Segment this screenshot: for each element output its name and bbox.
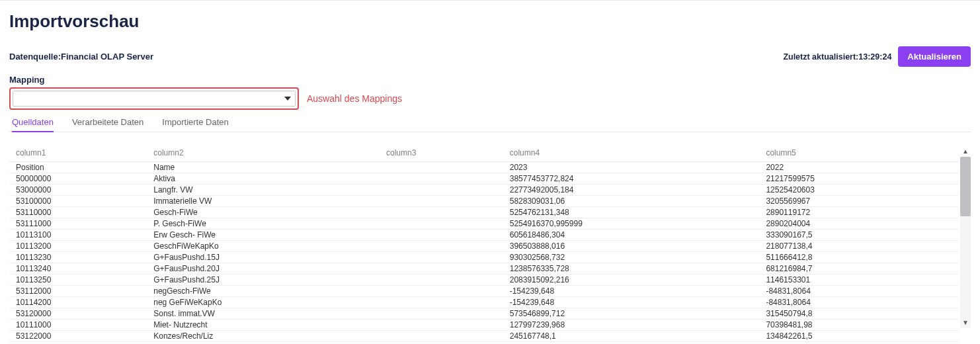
refresh-button[interactable]: Aktualisieren xyxy=(898,46,971,67)
col-header[interactable]: column4 xyxy=(503,146,760,162)
last-updated-label: Zuletzt aktualisiert: xyxy=(783,52,858,62)
table-cell: 10111000 xyxy=(9,320,147,331)
table-cell: G+FausPushd.25J xyxy=(147,275,380,286)
table-cell: negGesch-FiWe xyxy=(147,286,380,297)
table-cell: -84831,8064 xyxy=(759,286,959,297)
table-row[interactable]: 10113200GeschFiWeKapKo396503888,01621807… xyxy=(9,241,959,252)
table-cell xyxy=(380,185,503,196)
table-cell xyxy=(380,162,503,173)
table-cell: 1238576335,728 xyxy=(503,263,760,275)
table-cell: Langfr. VW xyxy=(147,185,380,196)
table-row[interactable]: 10113230G+FausPushd.15J930302568,7325116… xyxy=(9,252,959,263)
table-cell: 511666412,8 xyxy=(759,252,959,263)
table-cell xyxy=(380,207,503,218)
table-cell: 53112000 xyxy=(9,286,147,297)
table-cell: 127997239,968 xyxy=(503,320,760,331)
table-cell: Konzes/Rech/Liz xyxy=(147,331,380,342)
mapping-label: Mapping xyxy=(9,75,971,85)
scroll-up-icon[interactable]: ▲ xyxy=(960,146,971,156)
table-cell xyxy=(380,241,503,252)
table-row[interactable]: 53111000P. Gesch-FiWe5254916370,99599928… xyxy=(9,218,959,230)
table-row[interactable]: 10113100Erw Gesch- FiWe605618486,3043330… xyxy=(9,230,959,241)
datasource-info: Datenquelle:Financial OLAP Server xyxy=(9,52,153,62)
mapping-select-highlight xyxy=(9,87,299,110)
table-cell: 53100000 xyxy=(9,196,147,207)
table-cell: 1146153301 xyxy=(759,275,959,286)
col-header[interactable]: column1 xyxy=(9,146,147,162)
scroll-down-icon[interactable]: ▼ xyxy=(960,317,971,327)
table-row[interactable]: 10113250G+FausPushd.25J2083915092,216114… xyxy=(9,275,959,286)
col-header[interactable]: column2 xyxy=(147,146,380,162)
table-cell: 70398481,98 xyxy=(759,320,959,331)
table-cell: 3205569967 xyxy=(759,196,959,207)
table-cell: 605618486,304 xyxy=(503,230,760,241)
table-row[interactable]: 10113240G+FausPushd.20J1238576335,728681… xyxy=(9,263,959,275)
table-cell: 53000000 xyxy=(9,185,147,196)
table-cell: 2023 xyxy=(503,162,760,173)
table-cell xyxy=(380,275,503,286)
col-header[interactable]: column5 xyxy=(759,146,959,162)
table-cell: 10113200 xyxy=(9,241,147,252)
table-row[interactable]: PositionName20232022 xyxy=(9,162,959,173)
table-cell: 22773492005,184 xyxy=(503,185,760,196)
table-cell: 53111000 xyxy=(9,218,147,230)
table-cell: P. Gesch-FiWe xyxy=(147,218,380,230)
table-cell: 10114200 xyxy=(9,297,147,308)
table-row[interactable]: 53110000Gesch-FiWe5254762131,34828901191… xyxy=(9,207,959,218)
table-cell: -154239,648 xyxy=(503,286,760,297)
table-row[interactable]: 10114200neg GeFiWeKapKo-154239,648-84831… xyxy=(9,297,959,308)
table-row[interactable]: 10111000Miet- Nutzrecht127997239,9687039… xyxy=(9,320,959,331)
table-cell: 681216984,7 xyxy=(759,263,959,275)
table-cell: 10113240 xyxy=(9,263,147,275)
scrollbar-thumb[interactable] xyxy=(960,157,971,216)
table-cell xyxy=(380,308,503,320)
table-cell xyxy=(380,173,503,185)
table-cell xyxy=(380,331,503,342)
table-cell: 5828309031,06 xyxy=(503,196,760,207)
data-table: column1 column2 column3 column4 column5 … xyxy=(9,146,959,342)
mapping-annotation: Auswahl des Mappings xyxy=(307,93,402,104)
table-cell: Aktiva xyxy=(147,173,380,185)
table-cell: -154239,648 xyxy=(503,297,760,308)
tab-quelldaten[interactable]: Quelldaten xyxy=(12,114,54,132)
table-cell: Immaterielle VW xyxy=(147,196,380,207)
table-cell: 2022 xyxy=(759,162,959,173)
table-cell: 930302568,732 xyxy=(503,252,760,263)
table-cell: G+FausPushd.15J xyxy=(147,252,380,263)
last-updated-value: 13:29:24 xyxy=(858,52,891,62)
table-cell: G+FausPushd.20J xyxy=(147,263,380,275)
table-row[interactable]: 53122000Konzes/Rech/Liz245167748,1134842… xyxy=(9,331,959,342)
table-row[interactable]: 53000000Langfr. VW22773492005,1841252542… xyxy=(9,185,959,196)
table-cell xyxy=(380,252,503,263)
table-cell: 2890119172 xyxy=(759,207,959,218)
table-cell: Erw Gesch- FiWe xyxy=(147,230,380,241)
table-cell: 38577453772,824 xyxy=(503,173,760,185)
table-cell xyxy=(380,320,503,331)
table-cell xyxy=(380,218,503,230)
table-row[interactable]: 53100000Immaterielle VW5828309031,063205… xyxy=(9,196,959,207)
table-cell xyxy=(380,263,503,275)
page-title: Importvorschau xyxy=(9,1,971,46)
table-cell: 2083915092,216 xyxy=(503,275,760,286)
table-cell: 134842261,5 xyxy=(759,331,959,342)
table-row[interactable]: 50000000Aktiva38577453772,82421217599575 xyxy=(9,173,959,185)
table-cell: 50000000 xyxy=(9,173,147,185)
table-cell: 53122000 xyxy=(9,331,147,342)
table-row[interactable]: 53112000negGesch-FiWe-154239,648-84831,8… xyxy=(9,286,959,297)
table-header-row: column1 column2 column3 column4 column5 xyxy=(9,146,959,162)
table-cell: 333090167,5 xyxy=(759,230,959,241)
data-table-wrap: ▲ ▼ column1 column2 column3 column4 colu… xyxy=(9,146,971,342)
meta-row: Datenquelle:Financial OLAP Server Zuletz… xyxy=(9,46,971,67)
datasource-label: Datenquelle: xyxy=(9,52,61,62)
table-cell: 10113100 xyxy=(9,230,147,241)
table-cell: 53120000 xyxy=(9,308,147,320)
table-cell: Position xyxy=(9,162,147,173)
table-cell: GeschFiWeKapKo xyxy=(147,241,380,252)
table-row[interactable]: 53120000Sonst. immat.VW573546899,7123154… xyxy=(9,308,959,320)
table-cell: 21217599575 xyxy=(759,173,959,185)
table-cell xyxy=(380,297,503,308)
mapping-select[interactable] xyxy=(13,91,296,107)
tab-importierte[interactable]: Importierte Daten xyxy=(162,114,228,132)
tab-verarbeitete[interactable]: Verarbeitete Daten xyxy=(72,114,143,132)
col-header[interactable]: column3 xyxy=(380,146,503,162)
